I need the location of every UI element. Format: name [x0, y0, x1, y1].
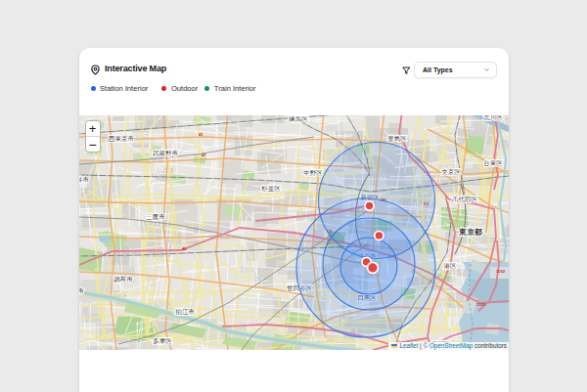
svg-text:練馬区: 練馬区: [288, 115, 308, 122]
svg-text:40: 40: [182, 246, 187, 251]
svg-text:港区: 港区: [444, 262, 458, 270]
svg-text:1101: 1101: [476, 302, 486, 307]
svg-text:府中市: 府中市: [79, 287, 84, 294]
svg-text:狛江市: 狛江市: [175, 308, 195, 316]
svg-text:武蔵野市: 武蔵野市: [152, 150, 179, 156]
svg-text:東京都: 東京都: [458, 228, 482, 237]
svg-text:1102: 1102: [496, 269, 506, 274]
svg-text:杉並区: 杉並区: [260, 185, 281, 192]
svg-text:豊島区: 豊島区: [387, 135, 407, 142]
svg-text:41: 41: [199, 132, 203, 137]
svg-text:文京区: 文京区: [441, 168, 461, 175]
svg-text:中野区: 中野区: [303, 169, 323, 176]
svg-text:多摩区: 多摩区: [153, 337, 172, 344]
svg-text:千代田区: 千代田区: [452, 196, 478, 203]
svg-text:小金井市: 小金井市: [79, 176, 90, 183]
svg-text:台東区: 台東区: [483, 159, 503, 167]
svg-text:調布市: 調布市: [113, 276, 133, 283]
svg-text:三鷹市: 三鷹市: [146, 213, 165, 220]
svg-text:47: 47: [202, 152, 206, 157]
svg-text:西東京市: 西東京市: [108, 135, 135, 142]
